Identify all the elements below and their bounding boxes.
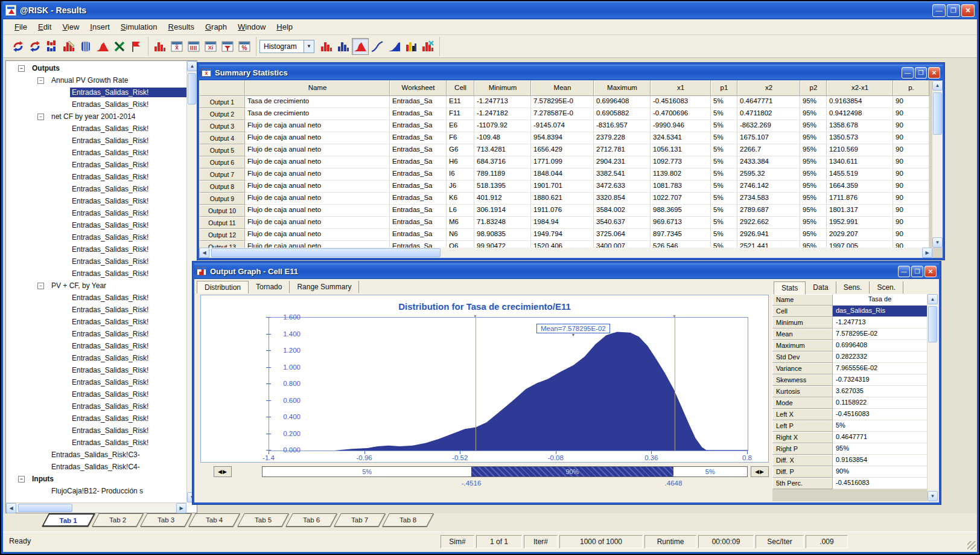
tree-output-item[interactable]: Entradas_Salidas_Risk! bbox=[6, 255, 186, 268]
tree-output-item[interactable]: Entradas_Salidas_Risk! bbox=[6, 147, 186, 159]
tree-output-item[interactable]: Entradas_Salidas_Risk! bbox=[6, 123, 186, 135]
tree-output-item[interactable]: Entradas_Salidas_Risk! bbox=[6, 437, 186, 449]
column-header[interactable]: p1 bbox=[711, 80, 737, 96]
table-row[interactable]: Output 7Flujo de caja anual netoEntradas… bbox=[199, 168, 943, 181]
graph-area-icon[interactable] bbox=[352, 38, 369, 55]
menu-graph[interactable]: Graph bbox=[200, 20, 232, 34]
menu-window[interactable]: Window bbox=[232, 20, 271, 34]
table-row[interactable]: Output 1Tasa de crecimientoEntradas_SaE1… bbox=[199, 96, 943, 108]
close-button[interactable]: ✕ bbox=[961, 4, 975, 17]
tab-range-summary[interactable]: Range Summary bbox=[290, 281, 359, 293]
summary-horizontal-scrollbar[interactable]: ◀ ▶ bbox=[199, 248, 932, 258]
tree-output-item[interactable]: Entradas_Salidas_Risk!C4- bbox=[6, 461, 186, 473]
scroll-down-icon[interactable]: ▼ bbox=[932, 237, 943, 248]
tree-hscroll-thumb[interactable] bbox=[18, 504, 72, 512]
summary-minimize-button[interactable]: — bbox=[902, 67, 914, 79]
tree-group[interactable]: −net CF by year 2001-2014 bbox=[6, 111, 186, 123]
menu-insert[interactable]: Insert bbox=[84, 20, 115, 34]
main-titlebar[interactable]: @RISK - Results — ❐ ✕ bbox=[3, 1, 977, 19]
table-row[interactable]: Output 11Flujo de caja anual netoEntrada… bbox=[199, 217, 943, 229]
slider-right-arrows-icon[interactable]: ◀▶ bbox=[751, 466, 769, 477]
clear-risk-data-icon[interactable] bbox=[111, 38, 128, 55]
tree-output-item[interactable]: Entradas_Salidas_Risk! bbox=[6, 207, 186, 219]
tree-input-item[interactable]: FlujoCaja!B12- Producción s bbox=[6, 485, 186, 497]
tab-tab-7[interactable]: Tab 7 bbox=[334, 513, 386, 527]
table-row[interactable]: Output 9Flujo de caja anual netoEntradas… bbox=[199, 193, 943, 205]
corner-header[interactable] bbox=[199, 80, 245, 96]
slider-left-arrows-icon[interactable]: ◀▶ bbox=[214, 466, 232, 477]
tree-output-item[interactable]: Entradas_Salidas_Risk! bbox=[6, 171, 186, 183]
collapse-icon[interactable]: − bbox=[37, 77, 44, 84]
left-delimiter-line[interactable] bbox=[476, 318, 476, 451]
tree-output-item[interactable]: Entradas_Salidas_Risk! bbox=[6, 292, 186, 304]
tree-group[interactable]: −Annual PV Growth Rate bbox=[6, 74, 186, 86]
collapse-icon[interactable]: − bbox=[18, 476, 25, 483]
column-header[interactable]: Worksheet bbox=[390, 80, 447, 96]
tab-tab-2[interactable]: Tab 2 bbox=[92, 513, 144, 527]
summary-maximize-button[interactable]: ❐ bbox=[915, 67, 927, 79]
collapse-icon[interactable]: − bbox=[37, 114, 44, 120]
tree-scroll-thumb[interactable] bbox=[188, 73, 196, 104]
scroll-up-icon[interactable]: ▲ bbox=[932, 80, 943, 91]
tree-root-inputs[interactable]: −Inputs bbox=[6, 473, 186, 485]
stats-vertical-scrollbar[interactable]: ▲ ▼ bbox=[928, 294, 938, 501]
tree-output-item[interactable]: Entradas_Salidas_Risk! bbox=[6, 231, 186, 243]
report-settings-icon[interactable] bbox=[128, 38, 145, 55]
scroll-left-icon[interactable]: ◀ bbox=[6, 503, 16, 513]
tree-output-item[interactable]: Entradas_Salidas_Risk! bbox=[6, 352, 186, 364]
menu-edit[interactable]: Edit bbox=[33, 20, 57, 34]
graph-line-icon[interactable] bbox=[369, 38, 386, 55]
graph-titlebar[interactable]: ▟ Output Graph - Cell E11 — ❐ ✕ bbox=[194, 263, 939, 279]
minimize-button[interactable]: — bbox=[932, 4, 946, 17]
summary-vertical-scrollbar[interactable]: ▲ ▼ bbox=[932, 80, 943, 248]
graph-overlay-icon[interactable] bbox=[402, 38, 419, 55]
summary-close-button[interactable]: ✕ bbox=[928, 67, 940, 79]
browse-results-icon[interactable] bbox=[151, 38, 168, 55]
show-results-icon[interactable] bbox=[94, 38, 111, 55]
tree-root-outputs[interactable]: −Outputs bbox=[6, 62, 186, 74]
simulate-run-icon[interactable] bbox=[27, 38, 43, 55]
scroll-down-icon[interactable]: ▼ bbox=[928, 491, 938, 501]
column-header[interactable]: p. bbox=[893, 80, 929, 96]
menu-view[interactable]: View bbox=[57, 20, 84, 34]
graph-histogram-icon[interactable] bbox=[318, 38, 335, 55]
tab-tab-5[interactable]: Tab 5 bbox=[237, 513, 289, 527]
slider-right-5pct[interactable]: 5% bbox=[673, 467, 747, 476]
tree-output-item[interactable]: Entradas_Salidas_Risk!C3- bbox=[6, 449, 186, 461]
sensitivity-window-icon[interactable] bbox=[219, 38, 236, 55]
tree-output-item[interactable]: Entradas_Salidas_Risk! bbox=[6, 388, 186, 400]
right-delimiter-line[interactable] bbox=[675, 318, 675, 451]
tab-tab-1[interactable]: Tab 1 bbox=[42, 513, 95, 527]
tab-sens-[interactable]: Sens. bbox=[836, 281, 870, 294]
table-row[interactable]: Output 12Flujo de caja anual netoEntrada… bbox=[199, 229, 943, 241]
column-header[interactable]: x2 bbox=[737, 80, 800, 96]
menu-simulation[interactable]: Simulation bbox=[115, 20, 163, 34]
graph-minimize-button[interactable]: — bbox=[898, 266, 910, 277]
tab-stats[interactable]: Stats bbox=[774, 281, 806, 294]
tab-tab-6[interactable]: Tab 6 bbox=[285, 513, 337, 527]
scroll-right-icon[interactable]: ▶ bbox=[922, 248, 932, 258]
chevron-down-icon[interactable]: ▼ bbox=[304, 40, 314, 53]
graph-type-dropdown[interactable]: Histogram▼ bbox=[259, 40, 314, 53]
tree-output-item[interactable]: Entradas_Salidas_Risk! bbox=[6, 364, 186, 376]
menu-help[interactable]: Help bbox=[271, 20, 298, 34]
maximize-button[interactable]: ❐ bbox=[947, 4, 960, 17]
tree-output-item[interactable]: Entradas_Salidas_Risk! bbox=[6, 98, 186, 111]
summary-scroll-thumb[interactable] bbox=[933, 92, 942, 135]
table-row[interactable]: Output 6Flujo de caja anual netoEntradas… bbox=[199, 156, 943, 168]
data-window-icon[interactable]: Xi bbox=[202, 38, 219, 55]
slider-mid-90pct[interactable]: 90% bbox=[471, 467, 673, 476]
column-header[interactable]: Cell bbox=[447, 80, 474, 96]
table-row[interactable]: Output 8Flujo de caja anual netoEntradas… bbox=[199, 181, 943, 193]
tab-data[interactable]: Data bbox=[806, 281, 836, 294]
tree-output-item[interactable]: Entradas_Salidas_Risk! bbox=[6, 412, 186, 425]
tab-tornado[interactable]: Tornado bbox=[249, 281, 290, 293]
tree-output-item[interactable]: Entradas_Salidas_Risk! bbox=[6, 340, 186, 352]
define-distribution-icon[interactable] bbox=[60, 38, 77, 55]
column-header[interactable]: Minimum bbox=[474, 80, 531, 96]
tree-output-item[interactable]: Entradas_Salidas_Risk! bbox=[6, 159, 186, 171]
tree-output-item[interactable]: Entradas_Salidas_Risk! bbox=[6, 316, 186, 328]
scroll-up-icon[interactable]: ▲ bbox=[187, 61, 197, 71]
scroll-left-icon[interactable]: ◀ bbox=[199, 248, 209, 258]
tree-output-item[interactable]: Entradas_Salidas_Risk! bbox=[6, 243, 186, 255]
